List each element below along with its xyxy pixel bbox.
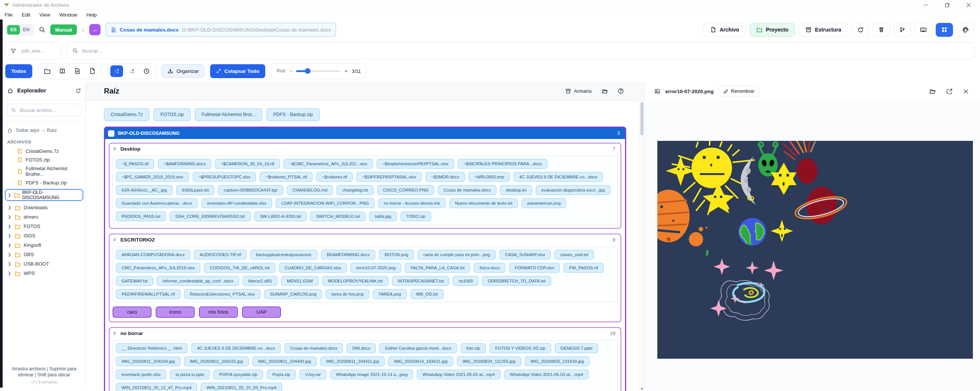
colapsar-todo-button[interactable]: Colapsar Todo [210,64,266,78]
grid-view-button[interactable] [936,23,953,37]
file-chip[interactable]: IMG_20200825_231639.jpg [525,356,590,366]
scrollbar-thumb[interactable] [640,102,643,135]
file-chip[interactable]: ~$PRESUPUESTOPC.xlsx [193,172,256,182]
file-chip[interactable]: AUDIOCODES TIP.rtf [194,250,247,260]
lang-es-button[interactable]: ES [7,25,20,35]
sort-time-button[interactable] [140,65,153,77]
file-chip[interactable]: Guardado con Autorrecuperac...docx [116,198,198,208]
breadcrumb[interactable]: Cosas de mamales.docx D:\BKP-OLD-DISCOSA… [105,22,336,37]
file-chip[interactable]: PEDIDOS_PASS.txt [116,211,166,221]
file-chip[interactable]: ~$INCIPALES PRINCIPIOS PARA...docx [458,159,548,169]
file-chip[interactable]: Nuevo documento de texto.txt [449,198,518,208]
sort-desc-button[interactable]: ↓az [125,65,138,77]
file-chip[interactable]: fisica.docx [474,263,505,273]
sidebar-folder-item[interactable]: ❯ WPS [3,268,86,278]
main-scrollbar[interactable]: ▼ [640,101,644,391]
search-input[interactable] [81,48,969,54]
extension-filter-input[interactable] [19,48,56,54]
file-chip[interactable]: IMG_20200811_204411.jpg [320,356,385,366]
chevron-down-icon[interactable]: ᐯ [113,147,117,151]
file-chip[interactable]: backupptsalcentralpanasonic [250,250,317,260]
archivo-button[interactable]: Archivo [703,23,746,37]
sidebar-folder-item[interactable]: ❯ OBS [3,250,86,259]
file-chip[interactable]: WhatsApp Video 2021-05-03 at...mp4 [417,370,500,379]
keyboard-button[interactable] [915,23,932,37]
armario-toggle[interactable]: Armario [565,88,592,94]
estructura-button[interactable]: Estructura [799,23,848,37]
sidebar-folder-item[interactable]: ❯ drivers [3,212,86,222]
file-chip[interactable]: BOTON.png [379,250,414,260]
chevron-right-icon[interactable]: ❯ [8,224,12,228]
file-chip[interactable]: FOTOS Y VIDEOS XD.zip [490,343,551,353]
file-chip[interactable]: MENS1.GSM [281,276,318,286]
file-chip[interactable]: SUNARP_CARLOS.png [264,289,322,299]
sidebar-archive-item[interactable]: FOTOS.zip [3,155,86,164]
file-chip[interactable]: ~$SIPFREPBXPTASAL.xlsx [356,172,422,182]
file-chip[interactable]: SWITCH_MODELO.txt [310,211,366,221]
file-chip[interactable]: 4C JUEVES 9 DE DICIEMBRE-co...docx [191,343,281,353]
folder-chip[interactable]: caro [113,306,151,318]
organizar-button[interactable]: Organizar [162,64,204,78]
help-icon[interactable] [617,88,624,94]
file-chip[interactable]: Esther Carolina garcia mont...docx [379,343,457,353]
sidebar-folder-item[interactable]: ❯ Kingsoft [3,240,86,250]
section-header[interactable]: ᐯ ESCRITORIO2 9 [110,235,620,245]
sidebar-folder-item[interactable]: ❯ ISOS [3,231,86,240]
close-panel-icon[interactable] [963,89,969,94]
file-chip[interactable]: BEAMFORMING.docx [321,250,375,260]
file-chip[interactable]: panamerican.png [522,198,566,208]
sidebar-archive-item[interactable]: PDFS - Backup.zip [3,179,86,187]
file-chip[interactable]: GATEWAY.txt [116,276,153,286]
file-chip[interactable]: desktop.ini [500,185,532,195]
file-chip[interactable]: TAREA.png [373,289,407,299]
file-chip[interactable]: MODELOPROVYEALINK.txt [322,276,388,286]
file-chip[interactable]: FOTOS.zip [153,108,190,121]
vertical-resize-icon[interactable]: ↕ [82,27,85,33]
menu-item-view[interactable]: View [40,12,50,18]
file-chip[interactable]: CASA_SUNARP.xlsx [500,250,551,260]
delete-button[interactable] [873,23,890,37]
file-chip[interactable]: error10-07-2020.png [350,263,401,273]
file-chip[interactable]: __ Directorio Telefonico _...html [116,343,188,353]
file-chip[interactable]: inventario jardin.xlsx [116,370,166,379]
open-folder-icon[interactable] [929,88,936,95]
file-chip[interactable]: VJoy.rar [299,370,326,379]
chevron-right-icon[interactable]: ❯ [8,193,12,197]
file-chip[interactable]: WhatsApp Video 2021-05-03 at....mp4 [504,370,589,379]
sidebar-folder-item[interactable]: ❯ Downloads [3,203,86,212]
depth-plus-button[interactable]: + [344,68,347,74]
sort-asc-button[interactable]: ↑az [110,65,123,77]
todos-filter-button[interactable]: Todos [5,64,32,78]
file-chip[interactable]: claves_ssid.txt [555,250,594,260]
file-chip[interactable]: PEDIRFIREWALLPTSAL.rtf [116,289,180,299]
folder-chip[interactable]: UAP [242,306,281,318]
file-chip[interactable]: CHANGELOG.md [287,185,333,195]
chevron-right-icon[interactable]: ❯ [8,271,12,275]
minimize-button[interactable] [923,3,928,8]
file-chip[interactable]: CISCO_CORREO.PNG [377,185,434,195]
file-chip[interactable]: ~$rvidores_PTSAL.rtf [259,172,312,182]
group-header[interactable]: BKP-OLD-DISCOSAMSUNG 3 [105,128,625,139]
horizontal-toggle-button[interactable]: ↔ [89,24,100,35]
file-chip[interactable]: 9300Lpass.txt [177,185,215,195]
file-chip[interactable]: Fullmetal Alchemist Brot... [195,108,262,121]
file-chip[interactable]: ~$SMDR.docx [425,172,465,182]
rename-button[interactable]: Renombrar [719,86,759,97]
file-chip[interactable]: FW_PASOS.rtf [563,263,603,273]
chevron-down-icon[interactable] [108,130,115,137]
file-chip[interactable]: tabla.jpg [369,211,396,221]
file-chip[interactable]: Wifi_OD.txt [410,289,444,299]
chevron-right-icon[interactable]: ❯ [8,206,12,209]
document-filter-button[interactable] [71,65,84,77]
depth-slider[interactable] [296,70,340,72]
search-icon[interactable] [39,26,45,33]
menu-item-edit[interactable]: Edit [22,12,30,18]
file-chip[interactable]: IMG_20200811_204204.jpg [116,356,180,366]
file-chip[interactable]: FORMATO CDP.xlsx [509,263,560,273]
sidebar-search-input[interactable] [19,107,77,113]
file-chip[interactable]: evaluacion diagnostica escri...jpg [536,185,611,195]
book-view-button[interactable] [56,65,68,77]
folder-chip[interactable]: icono [156,306,195,318]
file-chip[interactable]: FALTA_PARA_LA_CASA.txt [405,263,470,273]
file-filter-button[interactable] [86,65,99,77]
